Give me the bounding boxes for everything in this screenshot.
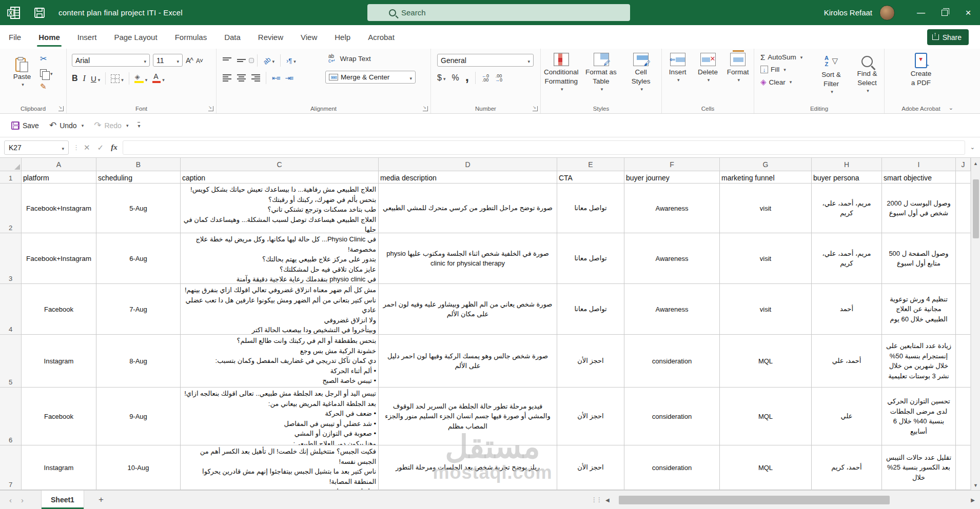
cell-date[interactable]: 8-Aug: [96, 335, 181, 388]
redo-button[interactable]: Redo: [90, 117, 132, 133]
cell-platform[interactable]: Facebook: [22, 388, 96, 445]
clear-button[interactable]: Clear: [760, 77, 802, 87]
merge-center-button[interactable]: Merge & Center: [325, 71, 416, 84]
create-pdf-button[interactable]: Create a PDF: [898, 49, 944, 88]
dollar-icon[interactable]: [437, 73, 442, 82]
delete-cells-button[interactable]: Delete: [694, 49, 722, 113]
cell-cta[interactable]: احجز الأن: [557, 335, 624, 388]
cell-empty[interactable]: [956, 184, 971, 233]
cell-cta[interactable]: احجز الأن: [557, 388, 624, 445]
cell-journey[interactable]: Awareness: [624, 184, 720, 233]
borders-icon[interactable]: [111, 74, 120, 83]
cell-styles-button[interactable]: Cell Styles: [621, 49, 660, 113]
decrease-decimal-icon[interactable]: .00→0: [495, 74, 502, 82]
grow-font-icon[interactable]: [186, 56, 193, 65]
col-header-a[interactable]: A: [22, 158, 96, 171]
cell-media[interactable]: فيديو مرحلة تطور حالة الجلطة من السرير ل…: [379, 388, 557, 445]
increase-decimal-icon[interactable]: ←0.00: [482, 74, 489, 82]
col-header-i[interactable]: I: [882, 158, 956, 171]
tab-view[interactable]: View: [292, 25, 326, 49]
row-header-5[interactable]: 5: [0, 335, 22, 388]
tab-sheet1[interactable]: Sheet1: [41, 491, 84, 509]
tab-insert[interactable]: Insert: [69, 25, 106, 49]
cell-caption[interactable]: بتحس بطقطقة أو الم في ركبتك وانت طالع ال…: [181, 335, 379, 388]
tab-page-layout[interactable]: Page Layout: [105, 25, 166, 49]
cell-objective[interactable]: تقليل عدد حالات التيبس بعد الكسور بنسبة …: [882, 445, 956, 490]
col-header-b[interactable]: B: [96, 158, 181, 171]
col-header-h[interactable]: H: [812, 158, 882, 171]
vertical-scrollbar[interactable]: ▲ ▼: [971, 158, 980, 490]
orientation-icon[interactable]: [263, 56, 270, 65]
fill-button[interactable]: Fill: [760, 66, 802, 73]
cell-persona[interactable]: علي: [812, 388, 882, 445]
cell-objective-header[interactable]: smart objective: [882, 171, 956, 184]
cell-date[interactable]: 7-Aug: [96, 284, 181, 335]
cell-date[interactable]: 5-Aug: [96, 184, 181, 233]
tab-data[interactable]: Data: [215, 25, 249, 49]
cell-funnel-header[interactable]: marketing funnel: [720, 171, 812, 184]
cell-scheduling-header[interactable]: scheduling: [96, 171, 181, 184]
row-header-1[interactable]: 1: [0, 171, 22, 184]
bold-icon[interactable]: [72, 74, 78, 83]
restore-button[interactable]: [933, 0, 956, 25]
cell-date[interactable]: 6-Aug: [96, 233, 181, 284]
italic-icon[interactable]: [83, 74, 86, 83]
align-middle-icon[interactable]: [237, 57, 246, 64]
row-header-2[interactable]: 2: [0, 184, 22, 233]
cell-funnel[interactable]: visit: [720, 184, 812, 233]
cell-media-header[interactable]: media description: [379, 171, 557, 184]
prev-sheet-icon[interactable]: ‹: [9, 496, 12, 504]
cell-empty[interactable]: [956, 171, 971, 184]
cell-journey[interactable]: consideration: [624, 445, 720, 490]
avatar[interactable]: [879, 5, 895, 21]
customize-toolbar-icon[interactable]: ▾: [138, 122, 140, 129]
cell-persona-header[interactable]: buyer persona: [812, 171, 882, 184]
cut-icon[interactable]: [40, 54, 53, 64]
col-header-j[interactable]: J: [956, 158, 971, 171]
cell-platform[interactable]: Instagram: [22, 335, 96, 388]
close-button[interactable]: ×: [956, 0, 980, 25]
cell-persona[interactable]: مريم، أحمد، علي، كريم: [812, 233, 882, 284]
row-header-7[interactable]: 7: [0, 445, 22, 490]
tab-formulas[interactable]: Formulas: [166, 25, 216, 49]
font-color-icon[interactable]: [152, 74, 161, 83]
conditional-formatting-button[interactable]: Conditional Formatting: [542, 49, 581, 113]
cell-objective[interactable]: زيادة عدد المتابعين على إنستجرام بنسبة 5…: [882, 335, 956, 388]
cell-persona[interactable]: أحمد، علي: [812, 335, 882, 388]
cell-cta-header[interactable]: CTA: [557, 171, 624, 184]
enter-icon[interactable]: ✓: [97, 143, 104, 152]
paste-button[interactable]: Paste: [7, 53, 37, 88]
indent-icon[interactable]: [285, 73, 292, 83]
cell-platform[interactable]: Facebook+Instagram: [22, 233, 96, 284]
cell-journey[interactable]: Awareness: [624, 233, 720, 284]
col-header-d[interactable]: D: [379, 158, 557, 171]
cell-cta[interactable]: تواصل معانا: [557, 284, 624, 335]
cell-funnel[interactable]: MQL: [720, 335, 812, 388]
dialog-launcher-icon[interactable]: [423, 106, 428, 111]
cell-persona[interactable]: أحمد: [812, 284, 882, 335]
tab-review[interactable]: Review: [249, 25, 292, 49]
cell-cta[interactable]: تواصل معانا: [557, 233, 624, 284]
sort-filter-button[interactable]: Sort & Filter: [815, 51, 848, 95]
cell-journey[interactable]: consideration: [624, 335, 720, 388]
font-family-select[interactable]: Arial: [72, 54, 150, 67]
cell-caption[interactable]: العلاج الطبيعي مش رفاهية... دا بيساعدك ت…: [181, 184, 379, 233]
cell-journey[interactable]: consideration: [624, 388, 720, 445]
align-right-icon[interactable]: [251, 74, 260, 82]
scroll-left-icon[interactable]: ◀: [605, 497, 610, 503]
share-button[interactable]: Share: [927, 29, 969, 45]
cell-objective[interactable]: وصول البوست ل 2000 شخص في أول اسبوع: [882, 184, 956, 233]
user-name[interactable]: Kirolos Refaat: [824, 8, 872, 17]
comma-icon[interactable]: [465, 74, 469, 83]
format-painter-icon[interactable]: [40, 82, 53, 91]
cell-date[interactable]: 10-Aug: [96, 445, 181, 490]
cell-empty[interactable]: [956, 335, 971, 388]
save-icon[interactable]: [34, 7, 45, 18]
search-input[interactable]: Search: [367, 4, 630, 21]
cell-journey-header[interactable]: buyer journey: [624, 171, 720, 184]
save-button[interactable]: Save: [7, 119, 43, 132]
insert-function-icon[interactable]: fx: [111, 143, 117, 152]
shrink-font-icon[interactable]: [196, 56, 203, 65]
minimize-button[interactable]: —: [909, 0, 933, 25]
row-header-4[interactable]: 4: [0, 284, 22, 335]
